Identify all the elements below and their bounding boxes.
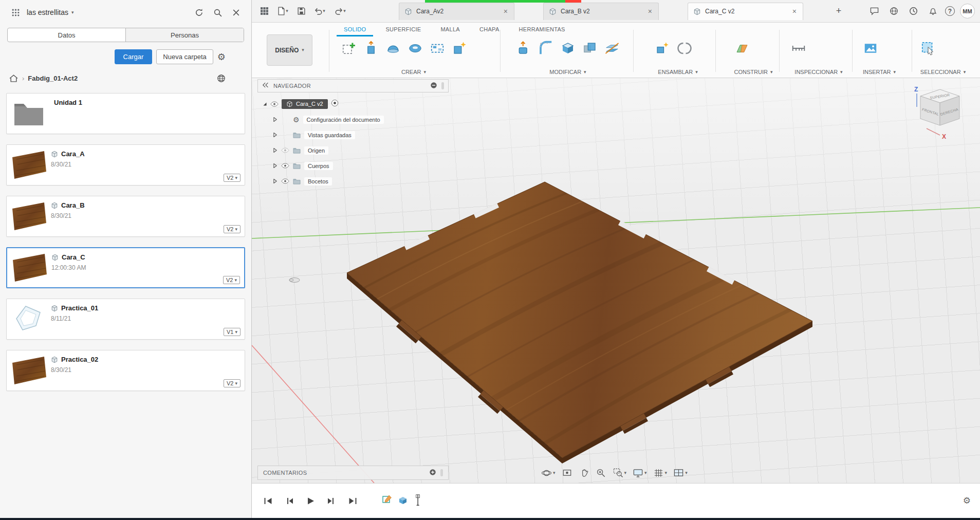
apps-grid-icon[interactable]: [8, 5, 23, 20]
close-tab-icon[interactable]: ×: [503, 7, 509, 15]
zoom-window-icon[interactable]: ▾: [611, 466, 628, 480]
press-pull-icon[interactable]: [514, 37, 533, 60]
help-icon[interactable]: ?: [945, 6, 955, 16]
undo-icon[interactable]: ▾: [310, 4, 329, 18]
expand-arrow-icon[interactable]: [263, 101, 267, 107]
combine-icon[interactable]: [581, 37, 599, 60]
file-card[interactable]: Cara_B 8/30/21 V2 ▾: [6, 196, 245, 237]
expand-arrow-icon[interactable]: [273, 163, 278, 169]
redo-icon[interactable]: ▾: [331, 4, 349, 18]
close-tab-icon[interactable]: ×: [647, 7, 653, 15]
tab-datos[interactable]: Datos: [8, 28, 125, 42]
play-icon[interactable]: [303, 494, 318, 508]
display-settings-icon[interactable]: ▾: [631, 466, 649, 480]
measure-icon[interactable]: [789, 37, 808, 60]
navigator-item[interactable]: Origen: [273, 144, 449, 157]
user-avatar[interactable]: MM: [960, 4, 975, 18]
ribbon-group-label[interactable]: INSERTAR▾: [858, 69, 900, 75]
search-icon[interactable]: [210, 5, 225, 20]
viewport-3d[interactable]: NAVEGADOR: [252, 78, 980, 483]
workspace-menu-button[interactable]: DISEÑO ▾: [267, 34, 312, 66]
select-icon[interactable]: [919, 37, 937, 60]
extrude-feature-icon[interactable]: [397, 494, 409, 508]
skip-to-end-icon[interactable]: [345, 494, 360, 508]
active-document-chip[interactable]: Cara_C v2: [282, 99, 328, 109]
sketch-feature-icon[interactable]: [381, 494, 394, 508]
expand-arrow-icon[interactable]: [273, 117, 278, 122]
visibility-eye-icon[interactable]: [281, 178, 289, 184]
expand-arrow-icon[interactable]: [273, 178, 278, 184]
split-body-icon[interactable]: [603, 37, 621, 60]
version-badge[interactable]: V2 ▾: [224, 225, 241, 233]
breadcrumb-folder[interactable]: Fabdig_01-Act2: [28, 75, 78, 82]
file-card[interactable]: Cara_C 12:00:30 AM V2 ▾: [6, 247, 245, 288]
construction-plane-icon[interactable]: [733, 37, 751, 60]
version-badge[interactable]: V2 ▾: [224, 174, 241, 182]
orbit-icon[interactable]: ▾: [540, 466, 557, 480]
tab-personas[interactable]: Personas: [125, 28, 244, 42]
extrude-icon[interactable]: [362, 37, 380, 60]
rectangular-pattern-icon[interactable]: [428, 37, 447, 60]
wood-board-model[interactable]: [347, 182, 812, 463]
close-tab-icon[interactable]: ×: [791, 7, 798, 15]
history-clock-icon[interactable]: [906, 4, 920, 18]
navigator-item[interactable]: ⚙ Configuración del documento: [273, 113, 449, 126]
show-data-panel-grid-icon[interactable]: [257, 4, 271, 18]
joint-icon[interactable]: [675, 37, 694, 60]
collapse-panel-icon[interactable]: [262, 82, 269, 89]
fillet-icon[interactable]: [537, 37, 555, 60]
browser-globe-icon[interactable]: [886, 4, 901, 18]
ribbon-group-label[interactable]: CONSTRUIR▾: [730, 69, 777, 75]
torus-icon[interactable]: [406, 37, 424, 60]
panel-resize-handle[interactable]: [441, 82, 444, 89]
navigator-header[interactable]: NAVEGADOR: [257, 79, 449, 92]
version-badge[interactable]: V2 ▾: [223, 276, 240, 284]
comments-bar[interactable]: COMENTARIOS: [257, 466, 449, 480]
file-card[interactable]: Unidad 1: [6, 93, 245, 134]
timeline-marker[interactable]: [412, 494, 424, 508]
navigator-root-item[interactable]: Cara_C v2: [263, 98, 449, 110]
navigator-item[interactable]: Bocetos: [273, 175, 449, 188]
ribbon-group-label[interactable]: ENSAMBLAR▾: [650, 69, 706, 75]
shell-icon[interactable]: [559, 37, 577, 60]
notifications-bell-icon[interactable]: [926, 4, 940, 18]
web-link-globe-icon[interactable]: [215, 72, 227, 84]
skip-to-start-icon[interactable]: [261, 494, 275, 508]
create-sketch-icon[interactable]: [340, 37, 358, 60]
file-menu-icon[interactable]: ▾: [273, 4, 292, 18]
file-card[interactable]: Practica_02 8/30/21 V2 ▾: [6, 350, 245, 391]
grid-settings-icon[interactable]: ▾: [652, 466, 669, 480]
save-icon[interactable]: [294, 4, 308, 18]
version-badge[interactable]: V1 ▾: [224, 328, 241, 336]
new-component-icon[interactable]: [653, 37, 672, 60]
document-tab[interactable]: Cara_C v2 ×: [688, 3, 803, 20]
navigator-item[interactable]: Cuerpos: [273, 159, 449, 172]
version-badge[interactable]: V2 ▾: [224, 379, 241, 387]
view-cube[interactable]: Z SUPERIOR FRONTAL DERECHA X: [911, 83, 969, 149]
visibility-eye-icon[interactable]: [281, 163, 289, 169]
expand-arrow-icon[interactable]: [273, 147, 278, 153]
close-panel-icon[interactable]: [229, 5, 243, 20]
panel-settings-gear-icon[interactable]: ⚙: [217, 52, 226, 62]
zoom-icon[interactable]: [594, 466, 608, 480]
revolve-icon[interactable]: [384, 37, 402, 60]
timeline-settings-gear-icon[interactable]: ⚙: [963, 495, 971, 506]
activate-radio-icon[interactable]: [331, 99, 339, 108]
look-at-icon[interactable]: [560, 466, 574, 480]
team-switcher[interactable]: las estrellitas ▾: [27, 8, 73, 16]
upload-button[interactable]: Cargar: [115, 49, 153, 64]
panel-resize-handle[interactable]: [440, 469, 443, 476]
home-icon[interactable]: [8, 73, 19, 83]
comment-icon[interactable]: [867, 4, 881, 18]
document-tab[interactable]: Cara_B v2 ×: [543, 3, 659, 20]
ribbon-group-label[interactable]: INSPECCIONAR▾: [786, 69, 851, 75]
refresh-icon[interactable]: [192, 5, 206, 20]
insert-canvas-icon[interactable]: [861, 37, 880, 60]
step-forward-icon[interactable]: [324, 494, 339, 508]
document-tab[interactable]: Cara_Av2 ×: [399, 3, 514, 20]
primitives-icon[interactable]: [450, 37, 469, 60]
ribbon-group-label[interactable]: SELECCIONAR▾: [916, 69, 970, 75]
visibility-eye-icon[interactable]: [270, 101, 279, 107]
viewports-icon[interactable]: ▾: [672, 466, 689, 480]
hide-panel-icon[interactable]: [430, 82, 437, 90]
